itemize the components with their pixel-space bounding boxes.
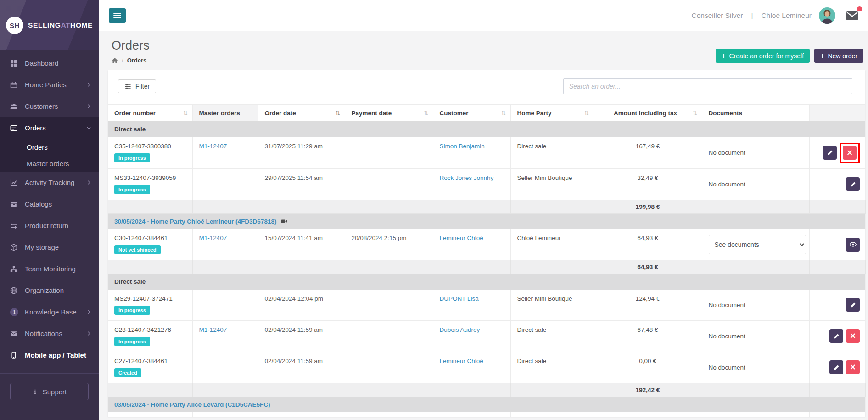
sidebar-item-customers[interactable]: Customers (0, 95, 99, 117)
sidebar-item-label: Team Monitoring (25, 265, 76, 273)
sidebar-item-notifications[interactable]: Notifications (0, 323, 99, 344)
documents-cell: No document (702, 320, 809, 352)
amount-including-tax: 67,48 € (637, 326, 658, 333)
edit-order-button[interactable] (829, 329, 843, 343)
table-row-c30-12407-384461: C30-12407-384461Not yet shippedM1-124071… (108, 229, 865, 260)
customer-link[interactable]: Lemineur Chloé (440, 235, 483, 241)
actions-cell (809, 168, 865, 200)
sort-icon: ⇅ (693, 110, 698, 117)
subtotal-empty-cell (433, 383, 510, 397)
pencil-icon (834, 364, 840, 370)
sidebar-item-label: Organization (25, 286, 64, 294)
home-icon[interactable] (112, 57, 118, 64)
subtotal-empty-cell (258, 260, 345, 274)
column-header-home-party[interactable]: Home Party⇅ (510, 105, 594, 122)
search-input[interactable] (563, 78, 852, 94)
chevron-right-icon (86, 104, 91, 109)
status-badge: Created (114, 368, 141, 377)
column-header-payment-date[interactable]: Payment date⇅ (345, 105, 433, 122)
partial-cell (702, 412, 809, 417)
sidebar-item-organization[interactable]: Organization (0, 280, 99, 301)
home-party-cell: Seller Mini Boutique (510, 168, 594, 200)
pencil-icon (834, 333, 840, 339)
group-label: Direct sale (114, 278, 146, 285)
column-header-order-date[interactable]: Order date⇅ (258, 105, 345, 122)
support-button[interactable]: Support (10, 383, 89, 400)
edit-order-button[interactable] (829, 360, 843, 374)
delete-order-button[interactable]: × (846, 329, 860, 343)
amount-cell: 32,49 € (594, 168, 702, 200)
subtotal-empty-cell (192, 383, 258, 397)
documents-select[interactable]: See documents (709, 235, 806, 254)
sidebar-item-dashboard[interactable]: Dashboard (0, 52, 99, 74)
delete-order-button[interactable]: × (843, 146, 857, 160)
app-logo[interactable]: SH SELLINGATHOME (0, 0, 99, 50)
delete-order-button[interactable]: × (846, 360, 860, 374)
documents-cell: No document (702, 352, 809, 383)
customer-link[interactable]: Simon Benjamin (440, 143, 485, 150)
sidebar-item-team-monitoring[interactable]: Team Monitoring (0, 258, 99, 280)
status-badge: In progress (114, 306, 150, 315)
edit-order-button[interactable] (823, 146, 837, 160)
sidebar-item-activity-tracking[interactable]: Activity Tracking (0, 172, 99, 193)
subtotal-amount: 192,42 € (636, 386, 660, 393)
column-header-documents: Documents (702, 105, 809, 122)
view-order-button[interactable] (846, 238, 860, 252)
subtotal-empty-cell (345, 383, 433, 397)
sidebar-item-label: My storage (25, 243, 59, 251)
master-order-link[interactable]: M1-12407 (199, 235, 227, 241)
sidebar-item-orders[interactable]: Orders (0, 117, 99, 139)
sort-icon: ⇅ (501, 110, 506, 117)
customer-cell: DUPONT Lisa (433, 290, 510, 321)
logo-wordmark: SELLINGATHOME (28, 21, 93, 29)
sidebar-item-product-return[interactable]: Product return (0, 215, 99, 236)
master-order-link[interactable]: M1-12407 (199, 143, 227, 150)
column-header-amount-including-tax[interactable]: Amount including tax⇅ (594, 105, 702, 122)
customer-link[interactable]: Dubois Audrey (440, 326, 480, 333)
user-name-label[interactable]: Chloé Lemineur (762, 11, 812, 20)
sidebar-item-home-parties[interactable]: Home Parties (0, 74, 99, 95)
home-party-group-link[interactable]: 03/05/2024 - Home Party Alice Levard (C1… (114, 401, 270, 408)
customer-link[interactable]: Lemineur Chloé (440, 358, 483, 364)
order-date-cell: 02/04/2024 11:59 am (258, 352, 345, 383)
sidebar-subitem-master-orders[interactable]: Master orders (0, 155, 99, 172)
subtotal-empty-cell (192, 260, 258, 274)
actions-cell: × (809, 320, 865, 352)
documents-cell: No document (702, 137, 809, 169)
page-title: Orders (112, 39, 150, 53)
edit-order-button[interactable] (846, 177, 860, 191)
sidebar-subitem-orders[interactable]: Orders (0, 139, 99, 155)
group-header-row: 03/05/2024 - Home Party Alice Levard (C1… (108, 397, 865, 412)
column-header-order-number[interactable]: Order number⇅ (108, 105, 192, 122)
order-number: C27-12407-384461 (114, 358, 186, 364)
sidebar-item-mobile-app-tablet[interactable]: Mobile app / Tablet (0, 344, 99, 366)
filter-button[interactable]: Filter (118, 79, 156, 93)
partial-cell (809, 412, 865, 417)
orders-card: Filter Order number⇅Master ordersOrder d… (108, 70, 865, 417)
sidebar-item-knowledge-base[interactable]: 1Knowledge Base (0, 301, 99, 323)
order-date: 02/04/2024 12:04 pm (265, 295, 324, 302)
home-party-group-link[interactable]: 30/05/2024 - Home Party Chloé Lemineur (… (114, 218, 276, 225)
cube-icon (10, 244, 18, 251)
order-number: C28-12407-3421276 (114, 326, 186, 333)
customer-link[interactable]: Rock Jones Jonnhy (440, 174, 494, 181)
actions-cell: × (809, 137, 865, 169)
edit-order-button[interactable] (846, 298, 860, 312)
subtotal-empty-cell (809, 383, 865, 397)
hamburger-menu-button[interactable] (109, 8, 126, 23)
subtotal-amount: 199,98 € (636, 203, 660, 210)
avatar[interactable] (819, 7, 835, 24)
messages-button[interactable] (846, 9, 859, 22)
video-camera-icon (281, 218, 287, 224)
sidebar-item-my-storage[interactable]: My storage (0, 236, 99, 258)
master-order-link[interactable]: M1-12407 (199, 326, 227, 333)
create-order-for-myself-button[interactable]: + Create an order for myself (716, 49, 810, 63)
column-header-customer[interactable]: Customer⇅ (433, 105, 510, 122)
sidebar-item-catalogs[interactable]: Catalogs (0, 193, 99, 215)
new-order-button[interactable]: + New order (814, 49, 863, 63)
customer-link[interactable]: DUPONT Lisa (440, 295, 479, 302)
order-number-cell: C30-12407-384461Not yet shipped (108, 229, 192, 260)
order-number: MS33-12407-3939059 (114, 174, 186, 181)
sidebar-item-label: Product return (25, 222, 68, 230)
no-document-label: No document (709, 149, 745, 156)
